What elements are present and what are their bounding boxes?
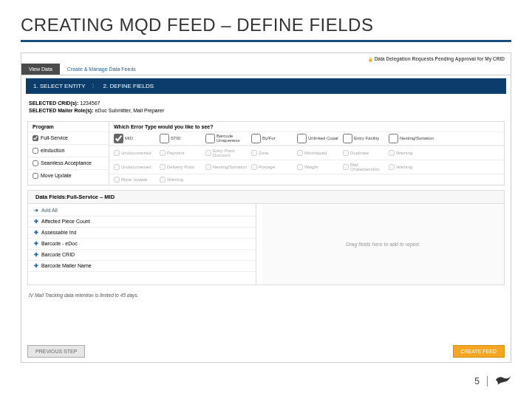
checkbox-move-update[interactable] — [33, 173, 38, 179]
errtype-row-einduction: Undocumented Payment Entry Point Discoun… — [109, 146, 504, 160]
checkbox-seamless[interactable] — [33, 160, 38, 166]
tab-view-data[interactable]: View Data — [21, 64, 60, 75]
error-type-question: Which Error Type would you like to see? — [109, 122, 504, 132]
chevron-right-icon: 〉 — [92, 82, 98, 90]
data-fields-header: Data Fields:Full-Service – MID — [27, 190, 505, 204]
plus-icon: ✚ — [34, 230, 38, 236]
plus-icon: ✚ — [34, 252, 38, 258]
step-1[interactable]: 1. SELECT ENTITY — [33, 83, 86, 89]
role-label: SELECTED Mailer Role(s): — [29, 108, 94, 113]
field-assessable-ind[interactable]: ✚Assessable Ind — [28, 228, 256, 239]
eagle-logo-icon — [495, 374, 511, 389]
errtype-barcode[interactable]: Barcode Uniqueness — [205, 134, 248, 143]
title-rule — [21, 40, 511, 42]
selection-meta: SELECTED CRID(s): 1234567 SELECTED Maile… — [21, 97, 511, 118]
errtype-mid[interactable]: MID — [114, 134, 157, 143]
app-screenshot: Data Delegation Requests Pending Approva… — [21, 52, 511, 363]
errtype-row-seamless: Undocumented Delivery Point Nesting/Sort… — [109, 160, 504, 174]
tab-manage-feeds[interactable]: Create & Manage Data Feeds — [60, 64, 143, 75]
field-affected-piece-count[interactable]: ✚Affected Piece Count — [28, 216, 256, 228]
pending-notice[interactable]: Data Delegation Requests Pending Approva… — [21, 53, 511, 64]
program-move-update[interactable]: Move Update — [28, 169, 109, 182]
errtype-row-full-service: MID STID Barcode Uniqueness By/For Unlin… — [109, 132, 504, 146]
drop-hint-text: Drag fields here to add to report. — [346, 242, 420, 247]
slide-title: CREATING MQD FEED – DEFINE FIELDS — [21, 15, 511, 35]
plus-icon: ✚ — [34, 263, 38, 269]
lock-icon — [368, 57, 373, 62]
pending-notice-text: Data Delegation Requests Pending Approva… — [375, 56, 505, 61]
field-barcode-crid[interactable]: ✚Barcode CRID — [28, 250, 256, 261]
crid-label: SELECTED CRID(s): — [29, 100, 78, 106]
program-header: Program — [28, 122, 109, 132]
plus-icon: ✚ — [34, 241, 38, 247]
available-fields-list[interactable]: ➔Add All ✚Affected Piece Count ✚Assessab… — [28, 204, 256, 284]
checkbox-full-service[interactable] — [33, 135, 38, 141]
errtype-entry[interactable]: Entry Facility — [343, 134, 386, 143]
step-2: 2. DEFINE FIELDS — [103, 83, 154, 89]
program-einduction[interactable]: eInduction — [28, 144, 109, 157]
top-tabs: View Data Create & Manage Data Feeds — [21, 64, 511, 75]
field-barcode-mailer-name[interactable]: ✚Barcode Mailer Name — [28, 261, 256, 272]
wizard-steps: 1. SELECT ENTITY 〉 2. DEFINE FIELDS — [26, 78, 506, 94]
crid-value: 1234567 — [80, 100, 100, 106]
errtype-unlinked[interactable]: Unlinked Copal — [297, 134, 340, 143]
previous-step-button[interactable]: PREVIOUS STEP — [27, 345, 85, 358]
errtype-byfor[interactable]: By/For — [251, 134, 294, 143]
field-barcode-edoc[interactable]: ✚Barcode - eDoc — [28, 239, 256, 250]
slide-footer: 5 — [474, 374, 511, 389]
create-feed-button[interactable]: CREATE FEED — [453, 345, 505, 358]
arrow-right-icon: ➔ — [34, 208, 38, 214]
data-fields-body: ➔Add All ✚Affected Piece Count ✚Assessab… — [27, 204, 505, 285]
wizard-footer: PREVIOUS STEP CREATE FEED — [27, 345, 505, 358]
program-full-service[interactable]: Full-Service — [28, 132, 109, 144]
role-value: eDoc Submitter, Mail Preparer — [95, 108, 164, 113]
errtype-stid[interactable]: STID — [160, 134, 202, 143]
drop-target[interactable]: Drag fields here to add to report. — [256, 204, 504, 284]
page-number: 5 — [474, 376, 488, 386]
retention-warning: IV Mail Tracking data retention is limit… — [21, 290, 511, 301]
errtype-nesting[interactable]: Nesting/Sortation — [389, 134, 432, 143]
checkbox-einduction[interactable] — [33, 148, 38, 154]
plus-icon: ✚ — [34, 219, 38, 225]
program-seamless[interactable]: Seamless Acceptance — [28, 157, 109, 169]
errtype-row-move: Move Update Warning — [109, 174, 504, 185]
program-error-section: Program Full-Service eInduction Seamless… — [27, 121, 505, 185]
add-all-link[interactable]: ➔Add All — [28, 205, 256, 216]
